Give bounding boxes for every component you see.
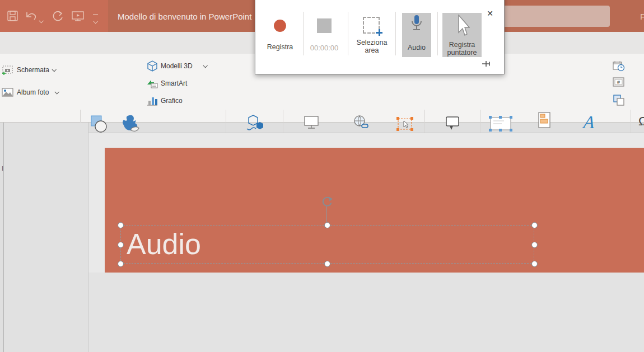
pin-icon[interactable] <box>482 60 493 68</box>
comment-icon <box>445 115 460 132</box>
smartart-icon <box>147 78 158 89</box>
add-ins-icon <box>246 111 266 133</box>
undo-dropdown-icon[interactable] <box>39 15 43 25</box>
modelli-3d-label: Modelli 3D <box>161 62 193 70</box>
chevron-down-icon <box>203 63 207 68</box>
pointer-icon <box>455 15 470 38</box>
registra-puntatore-toggle-button[interactable]: Registra puntatore <box>442 13 482 57</box>
grafico-button[interactable]: Grafico <box>147 94 183 107</box>
dialog-separator <box>437 12 438 55</box>
resize-handle-bottom-middle[interactable] <box>324 261 330 267</box>
customize-qat-icon[interactable] <box>93 14 98 26</box>
puntatore-label-line2: puntatore <box>442 49 482 57</box>
schermata-label: Schermata <box>17 66 49 74</box>
dialog-separator <box>348 12 348 55</box>
resize-handle-bottom-right[interactable] <box>531 261 538 267</box>
resize-handle-top-right[interactable] <box>531 222 538 228</box>
modelli-3d-button[interactable]: Modelli 3D <box>147 59 207 73</box>
chevron-down-icon <box>52 67 56 72</box>
schermata-button[interactable]: Schermata <box>2 63 55 77</box>
microphone-icon <box>410 15 423 35</box>
grafico-label: Grafico <box>161 97 183 105</box>
window-title: Modello di benvenuto in PowerPoint <box>118 12 251 21</box>
start-slideshow-icon[interactable] <box>72 11 84 22</box>
action-icon <box>396 116 413 132</box>
object-icon[interactable] <box>613 94 625 106</box>
undo-icon[interactable] <box>25 11 37 22</box>
slide-lower-area <box>88 273 644 352</box>
symbol-omega-icon <box>638 114 644 129</box>
slide-title-text[interactable]: Audio <box>127 226 201 262</box>
preview-icon <box>304 115 319 130</box>
redo-icon[interactable] <box>52 11 64 22</box>
rotation-handle-icon[interactable] <box>320 195 334 208</box>
seleziona-area-label-line1: Seleziona <box>352 39 391 46</box>
svg-text:#: # <box>617 79 620 85</box>
resize-handle-top-middle[interactable] <box>324 222 330 228</box>
resize-handle-middle-left[interactable] <box>118 242 124 248</box>
date-time-icon[interactable] <box>613 60 625 72</box>
chevron-down-icon <box>55 90 59 94</box>
audio-toggle-button[interactable]: Audio <box>402 13 431 57</box>
resize-handle-top-left[interactable] <box>118 222 124 228</box>
hyperlink-icon <box>353 114 369 130</box>
header-footer-icon <box>538 112 551 129</box>
screenshot-icon <box>2 64 14 76</box>
thumbnail-pane[interactable] <box>4 123 88 352</box>
registra-label: Registra <box>258 43 302 51</box>
record-icon <box>274 20 286 32</box>
seleziona-area-label-line2: area <box>352 46 391 54</box>
save-icon[interactable] <box>7 11 19 22</box>
photo-album-icon <box>2 87 14 98</box>
resize-handle-bottom-left[interactable] <box>118 261 124 267</box>
resize-handle-middle-right[interactable] <box>531 242 538 248</box>
chart-icon <box>147 95 158 106</box>
plus-icon <box>376 29 382 36</box>
audio-label: Audio <box>402 44 431 51</box>
slide-number-icon[interactable]: # <box>613 77 625 87</box>
wordart-icon <box>582 112 595 133</box>
smartart-label: SmartArt <box>161 79 187 87</box>
album-foto-button[interactable]: Album foto <box>2 86 58 99</box>
screen-recording-dialog: Registra 00:00:00 Seleziona area Audio R… <box>255 0 505 74</box>
timer-value: 00:00:00 <box>302 44 347 52</box>
shapes-icon <box>91 115 108 133</box>
stop-icon <box>317 18 332 33</box>
titlebar-partial-text: F <box>640 12 644 21</box>
dialog-separator <box>395 12 396 55</box>
3d-model-icon <box>147 60 158 72</box>
close-icon[interactable] <box>484 8 496 19</box>
album-foto-label: Album foto <box>17 88 49 96</box>
puntatore-label-line1: Registra <box>442 41 482 49</box>
smartart-button[interactable]: SmartArt <box>147 77 187 90</box>
icons-duck-icon <box>120 114 140 133</box>
text-box-icon <box>488 114 513 133</box>
